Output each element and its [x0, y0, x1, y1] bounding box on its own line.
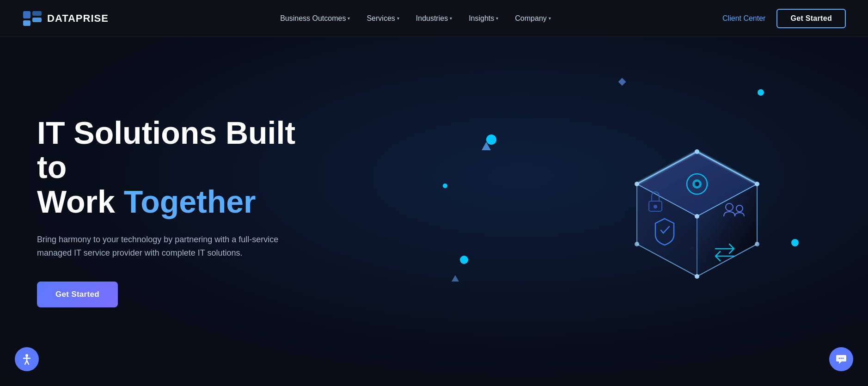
svg-point-22	[755, 242, 759, 246]
particle-4	[460, 256, 468, 264]
svg-rect-0	[23, 11, 31, 18]
accessibility-icon	[21, 353, 33, 365]
nav-item-company[interactable]: Company ▾	[508, 11, 557, 26]
chat-button[interactable]	[829, 347, 853, 371]
nav-actions: Client Center Get Started	[722, 9, 846, 28]
triangle-decoration-1	[482, 142, 491, 150]
svg-point-40	[841, 358, 842, 359]
hero-title-line2-highlight: Together	[124, 184, 256, 219]
nav-links: Business Outcomes ▾ Services ▾ Industrie…	[274, 11, 557, 26]
svg-point-39	[839, 358, 840, 359]
navbar: DATAPRISE Business Outcomes ▾ Services ▾…	[0, 0, 868, 37]
logo-link[interactable]: DATAPRISE	[22, 10, 109, 27]
svg-line-38	[27, 361, 29, 364]
cube-illustration	[609, 124, 785, 300]
hero-title-line2-normal: Work	[37, 184, 124, 219]
chat-icon	[835, 353, 847, 365]
logo-icon	[22, 10, 43, 27]
chevron-down-icon: ▾	[496, 16, 498, 21]
logo-text: DATAPRISE	[47, 12, 109, 25]
svg-point-26	[695, 182, 699, 186]
chevron-down-icon: ▾	[549, 16, 551, 21]
nav-item-insights[interactable]: Insights ▾	[462, 11, 505, 26]
svg-point-28	[654, 205, 657, 208]
client-center-link[interactable]: Client Center	[722, 14, 765, 23]
get-started-hero-button[interactable]: Get Started	[37, 282, 118, 307]
chevron-down-icon: ▾	[450, 16, 452, 21]
nav-link-industries[interactable]: Industries ▾	[410, 11, 458, 26]
nav-link-services[interactable]: Services ▾	[360, 11, 405, 26]
hero-visual	[563, 78, 831, 346]
svg-rect-1	[32, 11, 42, 16]
accessibility-button[interactable]	[15, 347, 39, 371]
nav-item-industries[interactable]: Industries ▾	[410, 11, 458, 26]
hero-subtitle: Bring harmony to your technology by part…	[37, 233, 296, 260]
particle-3	[443, 184, 447, 188]
hero-title: IT Solutions Built to Work Together	[37, 116, 296, 219]
hero-title-line1: IT Solutions Built to	[37, 115, 295, 185]
svg-rect-3	[23, 20, 31, 26]
nav-item-services[interactable]: Services ▾	[360, 11, 405, 26]
hero-content: IT Solutions Built to Work Together Brin…	[0, 79, 333, 345]
svg-point-21	[635, 242, 639, 246]
nav-link-business-outcomes[interactable]: Business Outcomes ▾	[274, 11, 356, 26]
svg-rect-2	[32, 18, 42, 22]
nav-link-company[interactable]: Company ▾	[508, 11, 557, 26]
nav-item-business-outcomes[interactable]: Business Outcomes ▾	[274, 11, 356, 26]
get-started-nav-button[interactable]: Get Started	[776, 9, 846, 28]
chevron-down-icon: ▾	[397, 16, 399, 21]
hero-section: IT Solutions Built to Work Together Brin…	[0, 37, 868, 386]
triangle-decoration-2	[452, 275, 459, 282]
chevron-down-icon: ▾	[348, 16, 350, 21]
nav-link-insights[interactable]: Insights ▾	[462, 11, 505, 26]
svg-point-41	[843, 358, 844, 359]
